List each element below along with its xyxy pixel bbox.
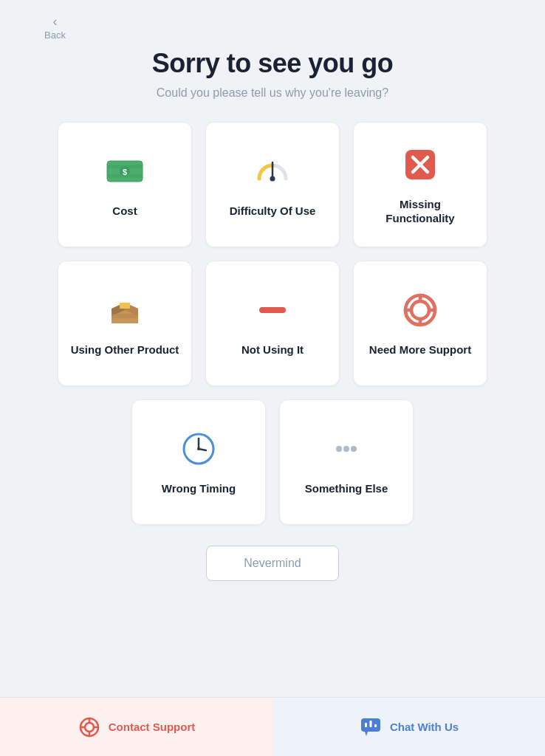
cost-label: Cost	[112, 204, 137, 219]
options-row-3: Wrong Timing Something Else	[131, 399, 414, 525]
contact-support-icon	[78, 715, 101, 739]
svg-rect-12	[112, 314, 138, 318]
option-cost[interactable]: $ Cost	[58, 122, 192, 247]
difficulty-label: Difficulty Of Use	[230, 204, 316, 219]
options-row-1: $ Cost	[58, 122, 487, 247]
nevermind-button[interactable]: Nevermind	[206, 546, 338, 581]
back-label: Back	[44, 30, 66, 41]
chat-with-us-label: Chat With Us	[390, 721, 459, 733]
back-chevron-icon: ‹	[52, 15, 57, 28]
page-title: Sorry to see you go	[152, 48, 394, 79]
svg-rect-13	[259, 307, 286, 313]
chat-icon	[359, 715, 383, 739]
svg-point-25	[343, 446, 349, 452]
missing-label: Missing Functionality	[365, 197, 476, 226]
options-row-2: Using Other Product Not Using It	[58, 261, 487, 386]
back-button[interactable]: ‹ Back	[44, 15, 66, 41]
option-difficulty[interactable]: Difficulty Of Use	[205, 122, 340, 247]
svg-text:$: $	[123, 168, 127, 176]
other-product-icon	[104, 289, 145, 331]
option-more-support[interactable]: Need More Support	[353, 261, 487, 386]
option-wrong-timing[interactable]: Wrong Timing	[131, 399, 266, 525]
svg-point-28	[85, 723, 94, 732]
other-product-label: Using Other Product	[71, 343, 179, 357]
more-support-icon	[400, 289, 441, 331]
svg-point-24	[336, 446, 342, 452]
phone-container: ‹ Back Sorry to see you go Could you ple…	[0, 0, 545, 756]
wrong-timing-icon	[178, 428, 219, 470]
svg-point-23	[197, 447, 200, 450]
cost-icon: $	[104, 151, 145, 192]
bottom-bar: Contact Support Chat With Us	[0, 697, 545, 756]
chat-with-us-button[interactable]: Chat With Us	[272, 698, 545, 756]
option-not-using[interactable]: Not Using It	[205, 261, 340, 386]
svg-marker-34	[365, 732, 368, 736]
svg-rect-36	[369, 721, 371, 727]
main-content: ‹ Back Sorry to see you go Could you ple…	[0, 0, 545, 697]
svg-point-15	[411, 301, 429, 319]
difficulty-icon	[252, 151, 293, 192]
contact-support-button[interactable]: Contact Support	[0, 698, 272, 756]
wrong-timing-label: Wrong Timing	[162, 481, 236, 496]
not-using-label: Not Using It	[241, 343, 304, 357]
not-using-icon	[252, 289, 293, 331]
svg-rect-37	[374, 724, 377, 727]
option-missing[interactable]: Missing Functionality	[353, 122, 487, 247]
svg-point-7	[270, 176, 275, 182]
something-else-icon	[326, 428, 367, 470]
page-subtitle: Could you please tell us why you're leav…	[157, 86, 388, 100]
missing-icon	[400, 144, 441, 185]
something-else-label: Something Else	[305, 481, 388, 496]
more-support-label: Need More Support	[369, 343, 471, 357]
svg-point-26	[351, 446, 357, 452]
option-something-else[interactable]: Something Else	[279, 399, 414, 525]
svg-rect-11	[120, 303, 130, 309]
svg-rect-35	[365, 723, 367, 727]
option-other-product[interactable]: Using Other Product	[58, 261, 192, 386]
contact-support-label: Contact Support	[109, 721, 196, 733]
